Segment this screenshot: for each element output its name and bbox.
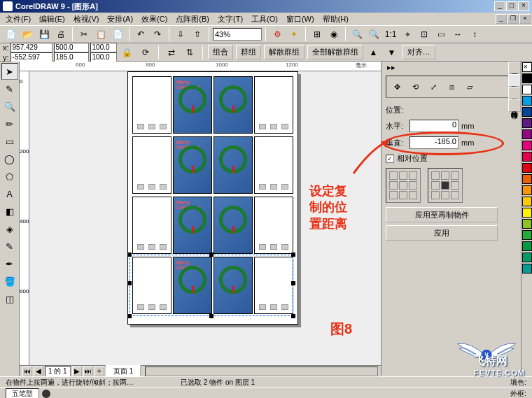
card-white[interactable] xyxy=(132,76,172,134)
color-swatch[interactable] xyxy=(522,264,532,273)
rotate-input[interactable]: ⟳ xyxy=(138,45,153,60)
print-button[interactable]: 🖨 xyxy=(53,27,69,42)
menu-help[interactable]: 帮助(H) xyxy=(318,13,353,25)
color-swatch[interactable] xyxy=(522,185,532,195)
color-swatch[interactable] xyxy=(522,174,532,184)
to-back-button[interactable]: ▼ xyxy=(384,45,400,60)
selection-handle[interactable] xyxy=(291,253,295,257)
color-swatch[interactable] xyxy=(522,208,532,218)
interactive-fill-tool[interactable]: ◧ xyxy=(1,203,18,220)
corel-button[interactable]: ◉ xyxy=(326,27,342,42)
zoom-actual-button[interactable]: 1:1 xyxy=(383,27,398,42)
scale-icon[interactable]: ⤢ xyxy=(426,79,441,94)
group-button[interactable]: 群组 xyxy=(236,45,261,59)
eyedropper-tool[interactable]: ✎ xyxy=(1,238,18,255)
first-page-button[interactable]: ⏮ xyxy=(22,367,32,376)
color-swatch[interactable] xyxy=(522,241,532,251)
ungroup-all-button[interactable]: 全部解散群组 xyxy=(307,45,363,59)
color-swatch[interactable] xyxy=(522,197,532,206)
card-white[interactable] xyxy=(254,76,293,134)
apply-button[interactable]: 应用 xyxy=(386,225,498,241)
zoom-page-button[interactable]: ▭ xyxy=(433,27,449,42)
relative-checkbox[interactable]: ✓ xyxy=(386,155,394,163)
card-white[interactable] xyxy=(254,197,293,254)
color-swatch[interactable] xyxy=(522,107,532,117)
mirror-h-button[interactable]: ⇄ xyxy=(164,45,179,60)
docker-tab-find[interactable]: 追寻 xyxy=(508,87,521,99)
card-white[interactable] xyxy=(132,197,172,254)
docker-tab-object-manager[interactable]: 物件管理员 xyxy=(508,62,521,74)
selection-handle[interactable] xyxy=(209,314,214,318)
canvas-area[interactable]: 600 800 1000 1200 毫米 0 200 400 600 Merry… xyxy=(20,62,381,376)
color-swatch[interactable] xyxy=(522,129,532,139)
card-blue[interactable]: Merry Christmas xyxy=(173,136,212,194)
menu-edit[interactable]: 编辑(E) xyxy=(35,13,69,25)
horizontal-input[interactable]: 0 xyxy=(410,120,458,132)
docker-tab-symbols[interactable]: 符号与特殊字符 xyxy=(508,99,521,112)
mirror-v-button[interactable]: ⇅ xyxy=(182,45,197,60)
to-front-button[interactable]: ▲ xyxy=(366,45,382,60)
docker-collapse-arrow[interactable]: ▸▸ xyxy=(387,63,396,72)
card-white[interactable] xyxy=(254,136,293,194)
menu-file[interactable]: 文件(F) xyxy=(1,13,35,25)
mdi-close[interactable]: × xyxy=(519,14,531,24)
card-blue[interactable]: Merry Christmas xyxy=(173,197,212,254)
color-swatch[interactable] xyxy=(522,152,532,162)
cut-button[interactable]: ✂ xyxy=(76,27,92,42)
card-blue[interactable]: Merry Christmas xyxy=(173,76,212,134)
menu-view[interactable]: 检视(V) xyxy=(69,13,104,25)
new-button[interactable]: 📄 xyxy=(3,27,18,42)
snap-button[interactable]: ⊞ xyxy=(309,27,325,42)
color-swatch[interactable] xyxy=(522,96,532,106)
zoom-combo[interactable]: 43% xyxy=(213,28,262,41)
add-page-button[interactable]: + xyxy=(94,367,104,376)
menu-bitmaps[interactable]: 点阵图(B) xyxy=(172,13,214,25)
ime-indicator[interactable]: 五笔型 xyxy=(6,388,39,399)
card-blue[interactable] xyxy=(214,136,253,194)
color-swatch[interactable] xyxy=(522,230,532,240)
freehand-tool[interactable]: ✏ xyxy=(1,115,18,132)
copy-button[interactable]: 📋 xyxy=(93,27,108,42)
zoom-all-button[interactable]: ⊡ xyxy=(416,27,432,42)
docker-tab-transform[interactable]: 变形 xyxy=(508,74,521,87)
ruler-horizontal[interactable]: 600 800 1000 1200 毫米 xyxy=(20,62,381,71)
h-input[interactable]: 185.0 mm xyxy=(54,52,89,62)
zoom-height-button[interactable]: ↕ xyxy=(467,27,482,42)
import-button[interactable]: ⇩ xyxy=(173,27,188,42)
minimize-button[interactable]: _ xyxy=(494,1,505,11)
export-button[interactable]: ⇧ xyxy=(190,27,205,42)
pick-tool[interactable]: ➤ xyxy=(1,63,18,80)
menu-tools[interactable]: 工具(O) xyxy=(247,13,282,25)
color-none[interactable]: × xyxy=(522,62,532,72)
wand-button[interactable]: ✦ xyxy=(286,27,302,42)
interactive-tool[interactable]: ◫ xyxy=(1,290,18,307)
lock-ratio-button[interactable]: 🔒 xyxy=(120,45,135,60)
mdi-minimize[interactable]: _ xyxy=(496,14,507,24)
scripts-button[interactable]: ⚙ xyxy=(270,27,285,42)
card-blue[interactable] xyxy=(214,197,253,254)
undo-button[interactable]: ↶ xyxy=(133,27,148,42)
paste-button[interactable]: 📄 xyxy=(110,27,125,42)
apply-duplicate-button[interactable]: 应用至再制物件 xyxy=(386,207,498,222)
interactive-transparency-tool[interactable]: ◈ xyxy=(1,220,18,237)
color-swatch[interactable] xyxy=(522,253,532,262)
position-icon[interactable]: ✥ xyxy=(389,79,405,94)
vertical-input[interactable]: -185.0 xyxy=(410,136,458,149)
combine-button[interactable]: 组合 xyxy=(208,45,233,59)
selection-handle[interactable] xyxy=(127,253,132,257)
zoom-tool[interactable]: 🔍 xyxy=(1,98,18,115)
ruler-vertical[interactable]: 0 200 400 600 xyxy=(20,71,29,376)
outline-tool[interactable]: ✒ xyxy=(1,255,18,272)
save-button[interactable]: 💾 xyxy=(36,27,52,42)
zoom-out-button[interactable]: 🔍 xyxy=(366,27,382,42)
menu-window[interactable]: 窗口(W) xyxy=(282,13,318,25)
size-icon[interactable]: ⧈ xyxy=(444,79,459,94)
redo-button[interactable]: ↷ xyxy=(150,27,165,42)
selection-handle[interactable] xyxy=(291,314,295,318)
color-swatch[interactable] xyxy=(522,118,532,128)
color-swatch[interactable] xyxy=(522,163,532,173)
fill-tool[interactable]: 🪣 xyxy=(1,273,18,290)
rotation-icon[interactable]: ⟲ xyxy=(407,79,423,94)
color-swatch[interactable] xyxy=(522,141,532,150)
selection-handle[interactable] xyxy=(209,253,214,257)
